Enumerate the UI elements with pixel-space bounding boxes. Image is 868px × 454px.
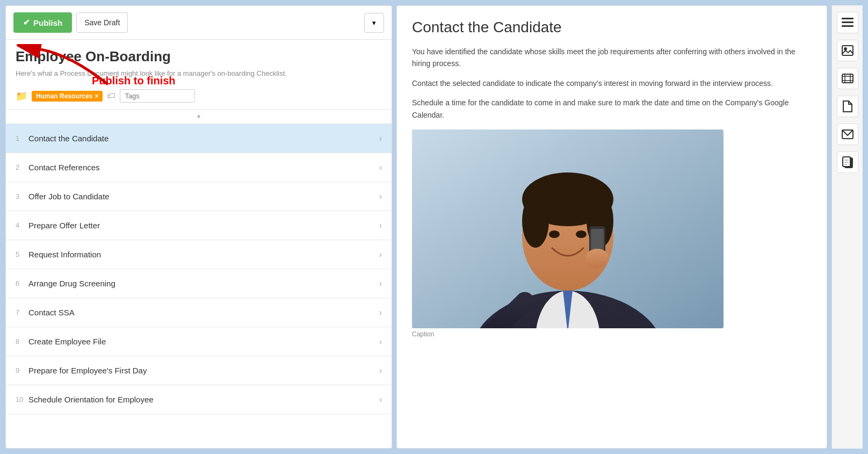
chevron-right-icon: ›	[379, 250, 382, 260]
item-label: Offer Job to Candidate	[28, 192, 379, 201]
tag-icon: 🏷	[107, 91, 115, 101]
svg-rect-21	[842, 46, 853, 55]
copy-icon-button[interactable]	[837, 152, 858, 173]
doc-subtitle: Here's what a Process Document might loo…	[16, 69, 382, 77]
file-icon-button[interactable]	[837, 96, 858, 117]
svg-point-7	[522, 194, 549, 248]
email-icon-button[interactable]	[837, 124, 858, 145]
chevron-right-icon: ›	[379, 279, 382, 289]
collapse-bar[interactable]: ▾	[6, 109, 392, 124]
checklist-item[interactable]: 7 Contact SSA ›	[6, 298, 392, 327]
item-number: 3	[16, 192, 28, 200]
content-title: Contact the Candidate	[412, 19, 812, 36]
right-panel: Contact the Candidate You have identifie…	[396, 5, 827, 449]
chevron-right-icon: ›	[379, 134, 382, 143]
item-label: Contact the Candidate	[28, 134, 379, 143]
save-draft-label: Save Draft	[84, 18, 120, 27]
video-icon	[842, 73, 853, 84]
checklist-item[interactable]: 4 Prepare Offer Letter ›	[6, 211, 392, 240]
checklist-item[interactable]: 8 Create Employee File ›	[6, 327, 392, 356]
menu-icon-button[interactable]	[837, 12, 858, 33]
image-caption: Caption	[412, 330, 812, 338]
publish-label: Publish	[33, 18, 62, 27]
item-label: Schedule Orientation for Employee	[28, 395, 379, 404]
item-label: Contact SSA	[28, 308, 379, 317]
item-label: Request Information	[28, 250, 379, 259]
content-area: Contact the Candidate You have identifie…	[397, 6, 827, 448]
checklist-item[interactable]: 2 Contact References ›	[6, 153, 392, 182]
person-image-svg	[412, 129, 724, 328]
item-number: 8	[16, 337, 28, 345]
image-icon	[842, 45, 853, 56]
chevron-right-icon: ›	[379, 337, 382, 347]
chevron-right-icon: ›	[379, 221, 382, 230]
item-number: 9	[16, 366, 28, 374]
copy-icon	[842, 156, 853, 168]
tag-remove-button[interactable]: ×	[95, 92, 98, 100]
item-label: Arrange Drug Screening	[28, 279, 379, 288]
checklist-item[interactable]: 10 Schedule Orientation for Employee ›	[6, 385, 392, 414]
content-image	[412, 129, 724, 328]
doc-title: Employee On-Boarding	[16, 48, 382, 65]
svg-rect-19	[842, 21, 853, 23]
item-number: 4	[16, 221, 28, 229]
folder-icon: 📁	[16, 90, 27, 102]
chevron-right-icon: ›	[379, 308, 382, 318]
toolbar: ✔ Publish Save Draft ▾	[6, 6, 392, 40]
svg-rect-18	[842, 18, 853, 19]
item-number: 6	[16, 279, 28, 287]
doc-header-wrapper: Employee On-Boarding Here's what a Proce…	[6, 40, 392, 89]
content-paragraphs: You have identified the candidate whose …	[412, 46, 812, 121]
chevron-right-icon: ›	[379, 192, 382, 201]
checklist-item[interactable]: 5 Request Information ›	[6, 240, 392, 269]
main-container: ✔ Publish Save Draft ▾ Employee On-Board…	[0, 0, 868, 454]
tags-input[interactable]	[120, 89, 195, 103]
doc-header: Employee On-Boarding Here's what a Proce…	[6, 40, 392, 89]
item-number: 1	[16, 134, 28, 142]
menu-icon	[842, 18, 853, 27]
email-icon	[842, 129, 853, 139]
item-label: Contact References	[28, 163, 379, 172]
item-number: 10	[16, 395, 28, 403]
file-icon	[843, 100, 852, 112]
chevron-right-icon: ›	[379, 395, 382, 405]
checklist-item[interactable]: 6 Arrange Drug Screening ›	[6, 269, 392, 298]
svg-rect-20	[842, 25, 853, 27]
chevron-down-icon: ▾	[372, 19, 376, 27]
svg-point-9	[549, 230, 560, 238]
checklist-item[interactable]: 9 Prepare for Employee's First Day ›	[6, 356, 392, 385]
item-number: 7	[16, 308, 28, 316]
dropdown-button[interactable]: ▾	[364, 13, 384, 33]
tag-label: Human Resources	[36, 92, 92, 100]
svg-point-13	[585, 249, 609, 268]
image-icon-button[interactable]	[837, 40, 858, 61]
collapse-icon: ▾	[197, 113, 200, 120]
left-panel: ✔ Publish Save Draft ▾ Employee On-Board…	[5, 5, 392, 449]
video-icon-button[interactable]	[837, 68, 858, 89]
checklist-item[interactable]: 3 Offer Job to Candidate ›	[6, 182, 392, 211]
chevron-right-icon: ›	[379, 366, 382, 376]
save-draft-button[interactable]: Save Draft	[76, 12, 128, 33]
svg-rect-23	[842, 74, 853, 83]
checkmark-icon: ✔	[23, 18, 30, 27]
checklist: 1 Contact the Candidate › 2 Contact Refe…	[6, 124, 392, 448]
checklist-item[interactable]: 1 Contact the Candidate ›	[6, 124, 392, 153]
svg-rect-30	[843, 157, 850, 167]
item-label: Create Employee File	[28, 337, 379, 346]
chevron-right-icon: ›	[379, 163, 382, 172]
tag-badge: Human Resources ×	[32, 91, 103, 102]
right-sidebar	[831, 5, 863, 449]
item-number: 5	[16, 250, 28, 258]
tags-row: 📁 Human Resources × 🏷	[6, 89, 392, 109]
content-paragraph: Contact the selected candidate to indica…	[412, 77, 812, 89]
item-label: Prepare for Employee's First Day	[28, 366, 379, 375]
content-paragraph: Schedule a time for the candidate to com…	[412, 97, 812, 121]
content-paragraph: You have identified the candidate whose …	[412, 46, 812, 70]
svg-point-10	[576, 230, 587, 238]
item-number: 2	[16, 163, 28, 171]
publish-button[interactable]: ✔ Publish	[13, 12, 72, 33]
item-label: Prepare Offer Letter	[28, 221, 379, 230]
